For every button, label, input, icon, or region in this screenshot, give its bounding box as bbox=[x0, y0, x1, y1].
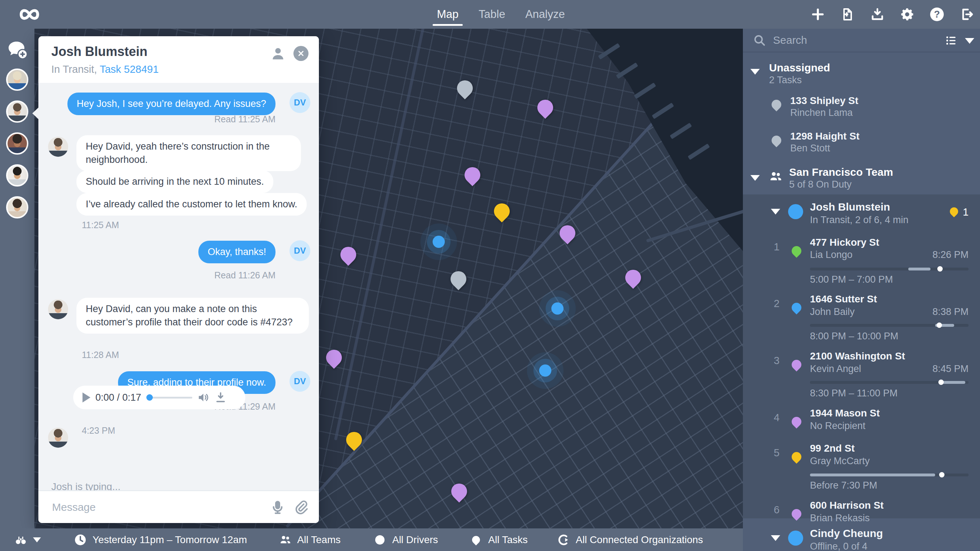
close-icon[interactable] bbox=[293, 46, 309, 61]
driver-collapse-caret-icon[interactable] bbox=[771, 209, 780, 215]
read-receipt: Read 11:25 AM bbox=[215, 114, 275, 124]
task-recipient: Kevin Angel bbox=[810, 363, 861, 374]
unassigned-task-address[interactable]: 133 Shipley St bbox=[790, 95, 858, 107]
filter-date-range[interactable]: Yesterday 11pm – Tomorrow 12am bbox=[74, 533, 247, 546]
message-avatar bbox=[48, 428, 68, 447]
tab-table[interactable]: Table bbox=[479, 0, 505, 29]
audio-message: 0:00 / 0:17 bbox=[73, 385, 245, 409]
task-address[interactable]: 2100 Washington St bbox=[810, 350, 905, 362]
driver-location-dot[interactable] bbox=[433, 236, 445, 248]
settings-gear-icon[interactable] bbox=[899, 6, 915, 22]
driver-name[interactable]: Josh Blumstein bbox=[810, 201, 890, 213]
task-number: 6 bbox=[772, 504, 782, 516]
person-icon[interactable] bbox=[270, 46, 286, 61]
help-icon[interactable]: ? bbox=[929, 6, 945, 22]
driver-avatar-josh[interactable] bbox=[6, 100, 28, 123]
driver-location-dot[interactable] bbox=[539, 365, 551, 377]
task-time-window: 5:00 PM – 7:00 PM bbox=[810, 274, 893, 285]
unassigned-task-recipient: Rinchen Lama bbox=[790, 107, 853, 118]
task-progress-bar bbox=[810, 324, 969, 327]
filter-tasks[interactable]: All Tasks bbox=[469, 533, 528, 546]
filter-label: All Connected Organizations bbox=[576, 534, 703, 546]
chat-input-row bbox=[38, 490, 319, 523]
sidebar-search-row bbox=[743, 29, 980, 53]
task-number: 5 bbox=[772, 447, 782, 459]
task-pin-purple-icon bbox=[792, 509, 801, 520]
team-collapse-caret-icon[interactable] bbox=[751, 175, 760, 181]
driver-name[interactable]: Cindy Cheung bbox=[810, 527, 883, 540]
task-number: 4 bbox=[772, 412, 782, 424]
binoculars-icon bbox=[14, 533, 27, 546]
task-pin-icon bbox=[469, 533, 482, 546]
audio-time: 0:00 / 0:17 bbox=[95, 392, 142, 403]
unassigned-task-address[interactable]: 1298 Haight St bbox=[790, 131, 859, 142]
filter-organizations[interactable]: All Connected Organizations bbox=[557, 533, 703, 546]
sign-out-icon[interactable] bbox=[958, 6, 975, 22]
tab-map[interactable]: Map bbox=[437, 0, 458, 29]
task-address[interactable]: 99 2nd St bbox=[810, 443, 854, 454]
task-time-window: Before 7:30 PM bbox=[810, 480, 877, 491]
import-icon[interactable] bbox=[839, 6, 856, 22]
chat-bubble-sent: Hey Josh, I see you’re delayed. Any issu… bbox=[67, 92, 275, 115]
download-icon[interactable] bbox=[869, 6, 886, 22]
download-audio-icon[interactable] bbox=[215, 391, 227, 404]
sort-caret-icon[interactable] bbox=[965, 38, 974, 44]
driver-avatar[interactable] bbox=[6, 164, 28, 186]
task-eta: 8:38 PM bbox=[932, 306, 969, 317]
unassigned-task-recipient: Ben Stott bbox=[790, 143, 830, 154]
speaker-icon[interactable] bbox=[197, 391, 210, 404]
map-tools-binoculars[interactable] bbox=[14, 533, 41, 546]
driver-avatar[interactable] bbox=[6, 132, 28, 154]
search-icon bbox=[753, 34, 766, 47]
search-input[interactable] bbox=[772, 32, 923, 49]
audio-seek-slider[interactable] bbox=[146, 396, 192, 399]
top-bar-actions: ? bbox=[810, 0, 975, 29]
filter-teams[interactable]: All Teams bbox=[279, 533, 341, 546]
add-icon[interactable] bbox=[810, 6, 826, 22]
driver-avatar[interactable] bbox=[6, 68, 28, 91]
message-input[interactable] bbox=[51, 498, 252, 516]
chevron-down-icon bbox=[33, 537, 41, 542]
task-pin-green-icon bbox=[792, 246, 801, 257]
driver-location-dot[interactable] bbox=[551, 303, 563, 315]
task-pin-purple-icon bbox=[792, 360, 801, 371]
timestamp: 4:23 PM bbox=[82, 425, 115, 436]
unassigned-collapse-caret-icon[interactable] bbox=[751, 69, 760, 75]
view-tabs: Map Table Analyze bbox=[437, 0, 565, 29]
brand-infinity-logo-icon[interactable] bbox=[15, 3, 44, 25]
group-title-unassigned[interactable]: Unassigned bbox=[769, 62, 830, 74]
task-link[interactable]: Task 528491 bbox=[100, 64, 159, 75]
microphone-icon[interactable] bbox=[270, 500, 285, 515]
task-address[interactable]: 1944 Mason St bbox=[810, 408, 880, 419]
chat-title: Josh Blumstein bbox=[51, 44, 148, 59]
task-address[interactable]: 1646 Sutter St bbox=[810, 293, 877, 305]
new-chat-icon[interactable] bbox=[7, 40, 27, 59]
driver-status-dot bbox=[788, 204, 803, 219]
tab-analyze[interactable]: Analyze bbox=[525, 0, 565, 29]
chat-bubble-sent: Okay, thanks! bbox=[198, 241, 275, 263]
help-glyph: ? bbox=[930, 8, 944, 21]
task-address[interactable]: 600 Harrison St bbox=[810, 500, 883, 511]
paperclip-icon[interactable] bbox=[293, 500, 309, 515]
task-number: 3 bbox=[772, 355, 782, 366]
task-progress-bar bbox=[810, 473, 969, 476]
play-icon[interactable] bbox=[83, 392, 91, 403]
task-address[interactable]: 477 Hickory St bbox=[810, 237, 879, 248]
task-eta: 8:45 PM bbox=[932, 363, 969, 374]
filter-drivers[interactable]: All Drivers bbox=[374, 533, 438, 546]
connected-org-icon bbox=[557, 533, 570, 546]
dv-avatar-badge: DV bbox=[290, 240, 310, 261]
message-avatar bbox=[48, 137, 68, 157]
driver-avatar[interactable] bbox=[6, 196, 28, 218]
driver-circle-icon bbox=[374, 533, 387, 546]
task-progress-bar bbox=[810, 268, 969, 271]
teams-icon bbox=[279, 533, 292, 546]
chat-bubble-received: Hey David, yeah there’s construction in … bbox=[76, 135, 301, 171]
group-title-team[interactable]: San Francisco Team bbox=[789, 166, 893, 178]
list-view-icon[interactable] bbox=[945, 34, 957, 47]
task-pin-gray-icon bbox=[772, 135, 781, 147]
chat-rail bbox=[0, 29, 35, 529]
team-icon bbox=[768, 169, 783, 184]
driver-collapse-caret-icon[interactable] bbox=[771, 535, 780, 541]
app-root: Map Table Analyze ? bbox=[0, 0, 980, 551]
